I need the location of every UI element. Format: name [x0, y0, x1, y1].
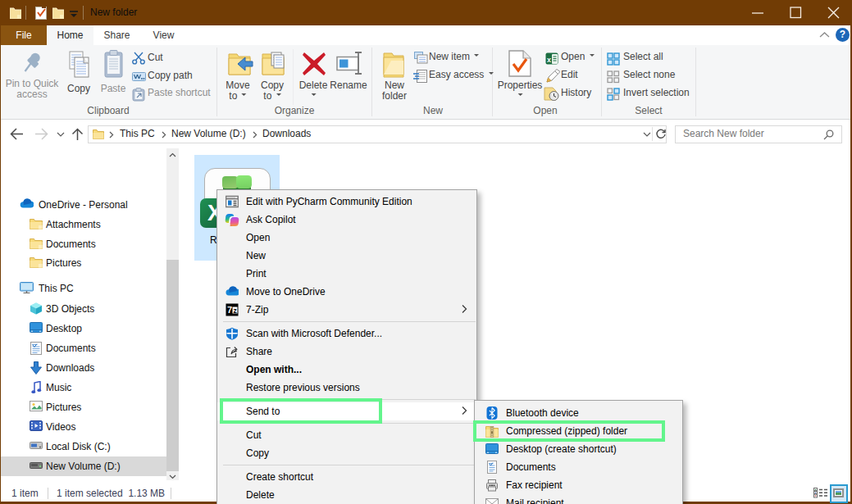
svg-text:7: 7	[227, 305, 232, 315]
svg-text:z: z	[234, 306, 237, 315]
